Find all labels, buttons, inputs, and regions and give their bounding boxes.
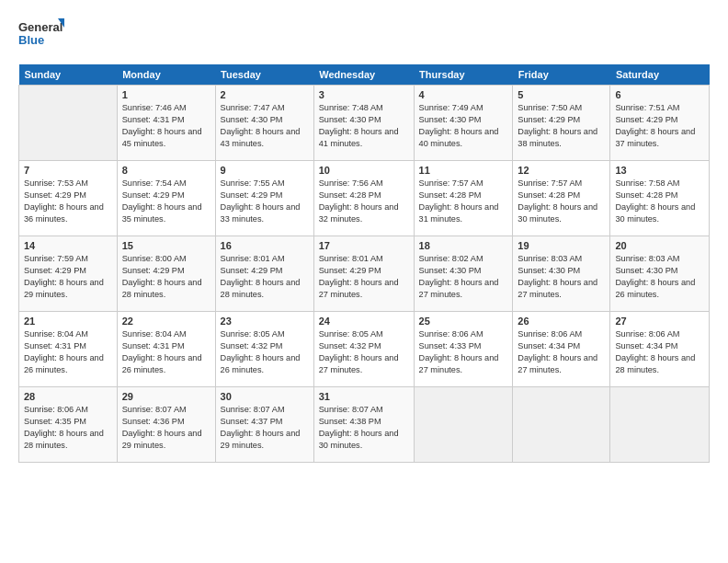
calendar-cell: 17 Sunrise: 8:01 AMSunset: 4:29 PMDaylig…	[313, 236, 414, 312]
calendar-cell: 31 Sunrise: 8:07 AMSunset: 4:38 PMDaylig…	[313, 387, 414, 463]
calendar-week-2: 7 Sunrise: 7:53 AMSunset: 4:29 PMDayligh…	[19, 161, 710, 236]
day-number: 18	[419, 240, 508, 251]
calendar-cell: 5 Sunrise: 7:50 AMSunset: 4:29 PMDayligh…	[513, 86, 610, 161]
calendar-week-3: 14 Sunrise: 7:59 AMSunset: 4:29 PMDaylig…	[19, 236, 710, 312]
day-info: Sunrise: 8:04 AMSunset: 4:31 PMDaylight:…	[24, 328, 112, 376]
day-info: Sunrise: 7:59 AMSunset: 4:29 PMDaylight:…	[24, 253, 112, 301]
calendar-cell: 20 Sunrise: 8:03 AMSunset: 4:30 PMDaylig…	[610, 236, 710, 312]
calendar-cell: 9 Sunrise: 7:55 AMSunset: 4:29 PMDayligh…	[215, 161, 313, 236]
day-info: Sunrise: 8:01 AMSunset: 4:29 PMDaylight:…	[319, 253, 409, 301]
day-info: Sunrise: 8:07 AMSunset: 4:37 PMDaylight:…	[221, 404, 309, 452]
calendar-cell	[414, 387, 513, 463]
day-info: Sunrise: 8:05 AMSunset: 4:32 PMDaylight:…	[319, 328, 409, 376]
day-number: 26	[518, 316, 605, 327]
day-number: 28	[24, 391, 112, 402]
day-number: 11	[419, 165, 508, 176]
calendar-cell	[19, 86, 118, 161]
day-info: Sunrise: 7:56 AMSunset: 4:28 PMDaylight:…	[319, 178, 409, 225]
day-info: Sunrise: 8:06 AMSunset: 4:34 PMDaylight:…	[518, 328, 605, 376]
calendar-page: General Blue SundayMondayTuesdayWednesda…	[0, 0, 728, 563]
day-number: 8	[122, 165, 210, 176]
calendar-cell: 22 Sunrise: 8:04 AMSunset: 4:31 PMDaylig…	[117, 312, 215, 387]
svg-text:General: General	[18, 20, 63, 34]
day-info: Sunrise: 8:01 AMSunset: 4:29 PMDaylight:…	[221, 253, 309, 301]
day-info: Sunrise: 7:50 AMSunset: 4:29 PMDaylight:…	[518, 102, 605, 150]
calendar-cell: 6 Sunrise: 7:51 AMSunset: 4:29 PMDayligh…	[610, 86, 710, 161]
calendar-cell: 12 Sunrise: 7:57 AMSunset: 4:28 PMDaylig…	[513, 161, 610, 236]
calendar-cell: 13 Sunrise: 7:58 AMSunset: 4:28 PMDaylig…	[610, 161, 710, 236]
day-info: Sunrise: 8:04 AMSunset: 4:31 PMDaylight:…	[122, 328, 210, 376]
day-number: 27	[615, 316, 704, 327]
day-number: 10	[319, 165, 409, 176]
day-number: 19	[518, 240, 605, 251]
calendar-cell: 7 Sunrise: 7:53 AMSunset: 4:29 PMDayligh…	[19, 161, 118, 236]
day-number: 2	[221, 89, 309, 100]
calendar-cell: 19 Sunrise: 8:03 AMSunset: 4:30 PMDaylig…	[513, 236, 610, 312]
logo: General Blue	[18, 15, 64, 55]
calendar-table: SundayMondayTuesdayWednesdayThursdayFrid…	[18, 64, 710, 463]
weekday-header-saturday: Saturday	[610, 64, 710, 86]
day-number: 13	[615, 165, 704, 176]
day-info: Sunrise: 8:06 AMSunset: 4:33 PMDaylight:…	[419, 328, 508, 376]
day-number: 14	[24, 240, 112, 251]
calendar-cell	[610, 387, 710, 463]
day-info: Sunrise: 8:00 AMSunset: 4:29 PMDaylight:…	[122, 253, 210, 301]
day-info: Sunrise: 7:48 AMSunset: 4:30 PMDaylight:…	[319, 102, 409, 150]
day-number: 21	[24, 316, 112, 327]
calendar-cell: 26 Sunrise: 8:06 AMSunset: 4:34 PMDaylig…	[513, 312, 610, 387]
calendar-cell: 14 Sunrise: 7:59 AMSunset: 4:29 PMDaylig…	[19, 236, 118, 312]
day-number: 6	[615, 89, 704, 100]
calendar-week-5: 28 Sunrise: 8:06 AMSunset: 4:35 PMDaylig…	[19, 387, 710, 463]
day-info: Sunrise: 7:53 AMSunset: 4:29 PMDaylight:…	[24, 178, 112, 225]
calendar-cell: 10 Sunrise: 7:56 AMSunset: 4:28 PMDaylig…	[313, 161, 414, 236]
day-info: Sunrise: 7:46 AMSunset: 4:31 PMDaylight:…	[122, 102, 210, 150]
calendar-cell: 28 Sunrise: 8:06 AMSunset: 4:35 PMDaylig…	[19, 387, 118, 463]
calendar-cell: 1 Sunrise: 7:46 AMSunset: 4:31 PMDayligh…	[117, 86, 215, 161]
calendar-week-1: 1 Sunrise: 7:46 AMSunset: 4:31 PMDayligh…	[19, 86, 710, 161]
day-info: Sunrise: 7:55 AMSunset: 4:29 PMDaylight:…	[221, 178, 309, 225]
day-info: Sunrise: 8:03 AMSunset: 4:30 PMDaylight:…	[518, 253, 605, 301]
day-number: 22	[122, 316, 210, 327]
calendar-cell: 30 Sunrise: 8:07 AMSunset: 4:37 PMDaylig…	[215, 387, 313, 463]
day-info: Sunrise: 7:57 AMSunset: 4:28 PMDaylight:…	[419, 178, 508, 225]
weekday-header-friday: Friday	[513, 64, 610, 86]
day-number: 25	[419, 316, 508, 327]
calendar-cell	[513, 387, 610, 463]
logo-svg: General Blue	[18, 15, 64, 55]
calendar-cell: 4 Sunrise: 7:49 AMSunset: 4:30 PMDayligh…	[414, 86, 513, 161]
day-number: 31	[319, 391, 409, 402]
day-number: 29	[122, 391, 210, 402]
weekday-header-monday: Monday	[117, 64, 215, 86]
calendar-cell: 16 Sunrise: 8:01 AMSunset: 4:29 PMDaylig…	[215, 236, 313, 312]
calendar-cell: 8 Sunrise: 7:54 AMSunset: 4:29 PMDayligh…	[117, 161, 215, 236]
day-info: Sunrise: 8:06 AMSunset: 4:34 PMDaylight:…	[615, 328, 704, 376]
calendar-cell: 15 Sunrise: 8:00 AMSunset: 4:29 PMDaylig…	[117, 236, 215, 312]
calendar-cell: 23 Sunrise: 8:05 AMSunset: 4:32 PMDaylig…	[215, 312, 313, 387]
day-number: 20	[615, 240, 704, 251]
day-info: Sunrise: 7:57 AMSunset: 4:28 PMDaylight:…	[518, 178, 605, 225]
svg-text:Blue: Blue	[18, 33, 44, 47]
calendar-cell: 11 Sunrise: 7:57 AMSunset: 4:28 PMDaylig…	[414, 161, 513, 236]
day-number: 4	[419, 89, 508, 100]
header: General Blue	[18, 15, 710, 55]
day-info: Sunrise: 8:02 AMSunset: 4:30 PMDaylight:…	[419, 253, 508, 301]
calendar-cell: 3 Sunrise: 7:48 AMSunset: 4:30 PMDayligh…	[313, 86, 414, 161]
day-info: Sunrise: 7:58 AMSunset: 4:28 PMDaylight:…	[615, 178, 704, 225]
calendar-cell: 24 Sunrise: 8:05 AMSunset: 4:32 PMDaylig…	[313, 312, 414, 387]
day-info: Sunrise: 8:05 AMSunset: 4:32 PMDaylight:…	[221, 328, 309, 376]
day-info: Sunrise: 8:07 AMSunset: 4:38 PMDaylight:…	[319, 404, 409, 452]
day-number: 1	[122, 89, 210, 100]
day-number: 23	[221, 316, 309, 327]
weekday-header-sunday: Sunday	[19, 64, 118, 86]
day-info: Sunrise: 8:06 AMSunset: 4:35 PMDaylight:…	[24, 404, 112, 452]
calendar-cell: 21 Sunrise: 8:04 AMSunset: 4:31 PMDaylig…	[19, 312, 118, 387]
calendar-cell: 25 Sunrise: 8:06 AMSunset: 4:33 PMDaylig…	[414, 312, 513, 387]
calendar-cell: 18 Sunrise: 8:02 AMSunset: 4:30 PMDaylig…	[414, 236, 513, 312]
day-number: 15	[122, 240, 210, 251]
weekday-header-row: SundayMondayTuesdayWednesdayThursdayFrid…	[19, 64, 710, 86]
weekday-header-tuesday: Tuesday	[215, 64, 313, 86]
weekday-header-thursday: Thursday	[414, 64, 513, 86]
calendar-cell: 2 Sunrise: 7:47 AMSunset: 4:30 PMDayligh…	[215, 86, 313, 161]
day-info: Sunrise: 7:54 AMSunset: 4:29 PMDaylight:…	[122, 178, 210, 225]
day-number: 3	[319, 89, 409, 100]
